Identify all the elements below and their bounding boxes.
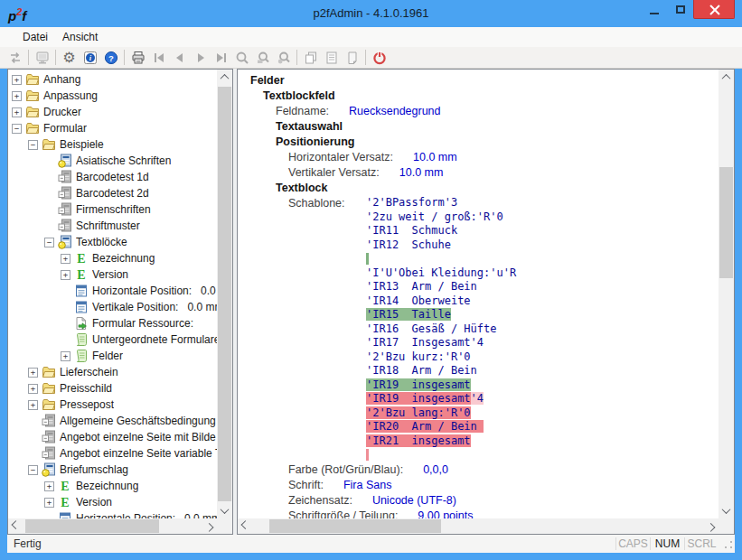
detail-section-header: Textblockfeld	[238, 89, 719, 104]
tree-item-label: Asiatische Schriften	[76, 154, 171, 167]
tree-item[interactable]: Vertikale Position: 0.0 mm	[8, 299, 217, 315]
resize-grip[interactable]	[720, 537, 735, 551]
close-button[interactable]	[693, 0, 735, 19]
tree-item[interactable]: Firmenschriften	[8, 201, 217, 218]
tree-item[interactable]: +Preisschild	[8, 380, 217, 397]
tree-item-label: Horizontale Position: 0.0 mm	[92, 285, 217, 297]
expander-spacer	[61, 303, 70, 313]
schablone-line: 'IR12 Schuhe	[366, 238, 516, 253]
details-horizontal-scrollbar[interactable]	[238, 518, 719, 534]
tree-item[interactable]: +Lieferschein	[8, 364, 217, 380]
scrollbar-thumb[interactable]	[719, 167, 733, 278]
form-inactive-icon	[58, 170, 72, 184]
details-vertical-scrollbar[interactable]	[719, 70, 734, 518]
tree-item[interactable]: +Felder	[8, 348, 217, 364]
minimize-button[interactable]	[641, 0, 667, 19]
scrollbar-thumb[interactable]	[25, 519, 159, 533]
highlighted-text: 'IR15 Taille	[366, 308, 451, 321]
scroll-down-arrow[interactable]	[719, 503, 734, 518]
tree-item[interactable]: −Beispiele	[8, 136, 217, 153]
scroll-right-arrow[interactable]	[202, 518, 217, 534]
tree-item-label: Bezeichnung	[92, 252, 155, 265]
form-inactive-icon	[42, 430, 56, 444]
tree-item[interactable]: +EVersion	[8, 494, 217, 510]
folder-icon	[42, 397, 56, 412]
tree-item[interactable]: +Pressepost	[8, 397, 217, 413]
tree-vertical-scrollbar[interactable]	[217, 70, 232, 518]
detail-label: Schablone:	[288, 196, 366, 211]
detail-row: Zeichensatz:Unicode (UTF-8)	[238, 493, 719, 509]
toolbar-separator	[28, 50, 29, 65]
expand-icon[interactable]: +	[12, 91, 22, 101]
info-icon[interactable]: i	[80, 48, 100, 67]
tree-item[interactable]: −Formular	[8, 120, 217, 136]
schablone-line: '2'Bzu lang:'R'0	[366, 406, 516, 421]
titlebar[interactable]: p2f p2fAdmin - 4.1.0.1961	[0, 0, 742, 27]
tree-item[interactable]: +EBezeichnung	[8, 250, 217, 266]
tree-item[interactable]: +Drucker	[8, 104, 217, 120]
tree-item[interactable]: +Anhang	[8, 71, 217, 88]
expand-icon[interactable]: +	[28, 368, 38, 378]
tree-item[interactable]: Horizontale Position: 0.0 mm	[8, 510, 217, 518]
scroll-left-arrow[interactable]	[8, 518, 23, 534]
collapse-icon[interactable]: −	[44, 238, 54, 247]
tree-item[interactable]: Allgemeine Geschäftsbedingung	[8, 413, 217, 429]
tree-item[interactable]: Barcodetest 2d	[8, 185, 217, 201]
scrollbar-thumb[interactable]	[269, 519, 441, 533]
scroll-down-arrow[interactable]	[217, 503, 232, 518]
menu-ansicht[interactable]: Ansicht	[55, 27, 105, 47]
collapse-icon[interactable]: −	[28, 140, 38, 150]
expander-spacer	[44, 189, 54, 199]
maximize-button[interactable]	[667, 0, 693, 19]
tree-item[interactable]: −Textblöcke	[8, 234, 217, 250]
tree-horizontal-scrollbar[interactable]	[8, 518, 217, 534]
expand-icon[interactable]: +	[44, 481, 54, 491]
collapse-icon[interactable]: −	[12, 124, 22, 134]
collapse-icon[interactable]: −	[28, 465, 38, 475]
scrollbar-thumb[interactable]	[218, 87, 231, 501]
detail-section-header: Positionierung	[238, 135, 719, 150]
schablone-cursor-line	[366, 448, 516, 462]
tree-item-label: Textblöcke	[76, 236, 127, 248]
tree-item[interactable]: +EVersion	[8, 266, 217, 283]
scroll-up-arrow[interactable]	[719, 70, 734, 85]
tree-item[interactable]: Formular Ressource:	[8, 315, 217, 331]
expand-icon[interactable]: +	[28, 400, 38, 410]
detail-row: Horizontaler Versatz:10.0 mm	[238, 150, 719, 165]
schablone-segment: 'IR11 Schmuck	[366, 224, 457, 237]
expand-icon[interactable]: +	[61, 351, 70, 361]
expand-icon[interactable]: +	[61, 254, 70, 264]
tree-item[interactable]: +EBezeichnung	[8, 478, 217, 494]
settings-icon[interactable]: ⚙	[59, 48, 80, 67]
tree-item[interactable]: Barcodetest 1d	[8, 169, 217, 185]
next-page-icon	[190, 48, 211, 67]
expand-icon[interactable]: +	[12, 75, 22, 85]
print-icon[interactable]	[127, 48, 148, 67]
scroll-right-arrow[interactable]	[703, 518, 719, 534]
power-icon[interactable]	[369, 48, 390, 67]
tree-item[interactable]: Asiatische Schriften	[8, 153, 217, 169]
expand-icon[interactable]: +	[12, 107, 22, 117]
expander-spacer	[44, 173, 54, 182]
statusbar: Fertig CAPSNUMSCRL	[7, 535, 735, 553]
tree-item[interactable]: Angebot einzelne Seite variable T	[8, 445, 217, 462]
tree-item[interactable]: Horizontale Position: 0.0 mm	[8, 283, 217, 299]
tree-item[interactable]: Angebot einzelne Seite mit Bilde	[8, 429, 217, 445]
indicator-caps: CAPS	[615, 537, 650, 550]
tree-item[interactable]: Untergeordnete Formulare	[8, 331, 217, 348]
schablone-segment: 'IR14 Oberweite	[366, 294, 471, 307]
tree-item[interactable]: +Anpassung	[8, 88, 217, 104]
expand-icon[interactable]: +	[44, 498, 54, 508]
expand-icon[interactable]: +	[28, 384, 38, 394]
scroll-up-arrow[interactable]	[217, 70, 232, 85]
expand-icon[interactable]: +	[61, 270, 70, 280]
expander-spacer	[61, 286, 70, 296]
scroll-left-arrow[interactable]	[238, 518, 253, 534]
schablone-text[interactable]: '2'BPassform'3'2zu weit / groß:'R'0'IR11…	[366, 196, 516, 462]
menu-datei[interactable]: Datei	[15, 27, 55, 47]
highlighted-text: '2'Bzu lang:'R'0	[366, 406, 471, 419]
tree-item[interactable]: Schriftmuster	[8, 218, 217, 234]
tree-item[interactable]: −Briefumschlag	[8, 462, 217, 478]
minimize-icon	[650, 13, 659, 14]
help-icon[interactable]: ?	[100, 48, 121, 67]
